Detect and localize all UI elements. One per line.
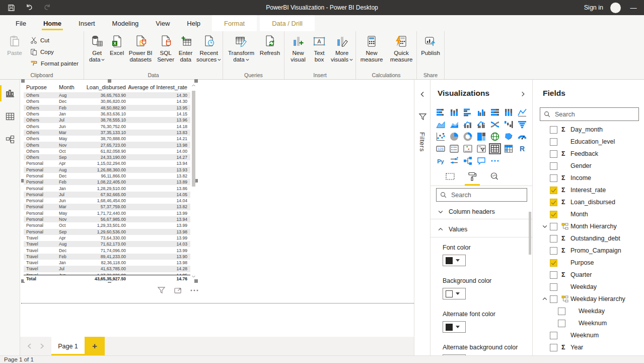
table-row[interactable]: PersonalDec96,11,866.0013.82 (24, 173, 190, 179)
text-box-button[interactable]: A Text box (310, 31, 329, 68)
field-label[interactable]: Year (570, 344, 583, 351)
field-label[interactable]: Loan_disbursed (570, 199, 615, 206)
r-script-visual-icon[interactable]: R (516, 143, 528, 154)
table-row[interactable]: PersonalNov56,67,985.0013.94 (24, 216, 190, 222)
column-header[interactable]: Month (59, 84, 78, 90)
next-page-icon[interactable] (40, 343, 44, 349)
format-painter-button[interactable]: Format painter (30, 59, 79, 68)
treemap-icon[interactable] (475, 131, 487, 142)
resize-handle[interactable] (194, 79, 198, 83)
menu-home[interactable]: Home (35, 15, 70, 31)
field-label[interactable]: Gender (570, 162, 592, 169)
more-options-icon[interactable] (189, 285, 199, 295)
expand-filters-icon[interactable] (419, 91, 426, 98)
format-search-input[interactable] (450, 191, 523, 199)
table-row[interactable]: PersonalSep1,29,60,536.0013.98 (24, 229, 190, 235)
table-row[interactable]: OthersDec30,86,820.0014.30 (24, 98, 190, 104)
minimize-icon[interactable]: — (628, 2, 639, 13)
fields-search-box[interactable] (540, 107, 639, 121)
field-label[interactable]: Day_month (570, 126, 603, 133)
stacked-bar-chart-icon[interactable] (435, 107, 447, 118)
field-label[interactable]: Month Hierarchy (570, 223, 617, 230)
100-stacked-bar-chart-icon[interactable] (489, 107, 501, 118)
field-label[interactable]: Outstanding_debt (570, 235, 620, 242)
field-label[interactable]: Weekday (570, 283, 597, 290)
field-item-weekday-hierarchy[interactable]: Weekday Hierarchy (533, 293, 644, 305)
table-row[interactable]: OthersJun76,30,752.0014.18 (24, 123, 190, 129)
section-column-headers[interactable]: Column headers (431, 205, 532, 219)
add-page-button[interactable]: + (85, 337, 105, 355)
table-row[interactable]: PersonalOct1,29,33,501.0013.99 (24, 222, 190, 228)
table-row[interactable]: PersonalAug1,26,88,360.0013.93 (24, 167, 190, 173)
table-visual[interactable]: PurposeMonthLoan_disbursedAverage of Int… (23, 81, 196, 281)
field-checkbox[interactable] (558, 320, 565, 327)
filled-map-icon[interactable] (503, 131, 515, 142)
field-item-feedback[interactable]: ΣFeedback (533, 148, 644, 160)
table-row[interactable]: TravelJul41,63,785.0014.28 (24, 266, 190, 272)
table-row[interactable]: OthersJan36,83,636.1014.15 (24, 111, 190, 117)
tab-fields[interactable] (444, 169, 457, 184)
filters-pane-label[interactable]: Filters (414, 124, 430, 159)
field-checkbox[interactable] (550, 223, 557, 230)
field-checkbox[interactable] (550, 162, 557, 170)
table-row[interactable]: OthersMar37,35,133.1013.83 (24, 130, 190, 136)
field-checkbox[interactable] (550, 295, 557, 303)
table-row[interactable]: PersonalJun1,68,46,454.0014.04 (24, 198, 190, 204)
pie-chart-icon[interactable] (448, 131, 460, 142)
color-picker-button[interactable] (443, 288, 466, 299)
filters-funnel-icon[interactable] (418, 113, 427, 121)
clustered-column-chart-icon[interactable] (475, 107, 487, 118)
menu-file[interactable]: File (7, 15, 35, 31)
field-checkbox[interactable] (550, 199, 557, 206)
table-row[interactable]: TravelFeb89,41,233.0013.90 (24, 254, 190, 260)
field-checkbox[interactable] (550, 187, 557, 194)
field-item-weekday[interactable]: Weekday (533, 281, 644, 293)
avatar[interactable] (610, 3, 621, 13)
kpi-icon[interactable] (462, 143, 474, 154)
table-row[interactable]: PersonalApr1,15,02,294.0013.94 (24, 160, 190, 166)
scrollbar-thumb[interactable] (192, 91, 195, 187)
table-row[interactable]: OthersOct61,82,058.9014.00 (24, 148, 190, 154)
field-checkbox[interactable] (550, 126, 557, 134)
slicer-icon[interactable] (475, 143, 487, 154)
field-item-weeknum[interactable]: Weeknum (533, 317, 644, 329)
area-chart-icon[interactable] (435, 119, 447, 130)
card-icon[interactable]: 123 (435, 143, 447, 154)
table-row[interactable]: PersonalJul67,92,665.0014.05 (24, 192, 190, 198)
field-item-interest-rate[interactable]: ΣInterest_rate (533, 184, 644, 196)
power-bi-datasets-button[interactable]: Power BI datasets (126, 31, 155, 68)
field-item-purpose[interactable]: Purpose (533, 257, 644, 269)
visual-filter-icon[interactable] (156, 285, 166, 295)
map-icon[interactable] (489, 131, 501, 142)
field-checkbox[interactable] (550, 259, 557, 267)
sql-server-button[interactable]: SQL Server (155, 31, 176, 68)
menu-view[interactable]: View (147, 15, 178, 31)
section-values[interactable]: Values (431, 222, 532, 236)
table-row[interactable]: TravelJan82,36,118.0013.98 (24, 260, 190, 266)
line-chart-icon[interactable] (516, 107, 528, 118)
field-label[interactable]: Promo_Campaign (570, 247, 621, 254)
field-checkbox[interactable] (550, 174, 557, 182)
field-label[interactable]: Interest_rate (570, 187, 606, 194)
collapse-visualizations-icon[interactable] (520, 91, 526, 97)
100-stacked-column-chart-icon[interactable] (503, 107, 515, 118)
field-item-promo-campaign[interactable]: ΣPromo_Campaign (533, 245, 644, 257)
more-visuals-button[interactable]: More visuals (329, 31, 355, 68)
waterfall-chart-icon[interactable] (503, 119, 515, 130)
table-row[interactable]: TravelApr73,64,330.0013.99 (24, 235, 190, 241)
field-label[interactable]: Quarter (570, 271, 592, 278)
field-item-weeknum[interactable]: Weeknum (533, 329, 644, 341)
sign-in-button[interactable]: Sign in (584, 4, 603, 11)
field-item-education-level[interactable]: Education_level (533, 136, 644, 148)
report-canvas[interactable]: PurposeMonthLoan_disbursedAverage of Int… (20, 80, 414, 337)
quick-measure-button[interactable]: Quick measure (386, 31, 416, 68)
stacked-column-chart-icon[interactable] (448, 107, 460, 118)
table-row[interactable]: OthersMay38,70,888.0014.21 (24, 136, 190, 142)
column-header[interactable]: Average of Interest_rate (126, 84, 189, 90)
publish-button[interactable]: Publish (418, 31, 443, 68)
model-view-button[interactable] (0, 130, 20, 149)
report-view-button[interactable] (0, 84, 20, 103)
matrix-icon[interactable] (503, 143, 515, 154)
tab-format[interactable] (466, 169, 479, 184)
refresh-button[interactable]: Refresh (258, 31, 281, 68)
